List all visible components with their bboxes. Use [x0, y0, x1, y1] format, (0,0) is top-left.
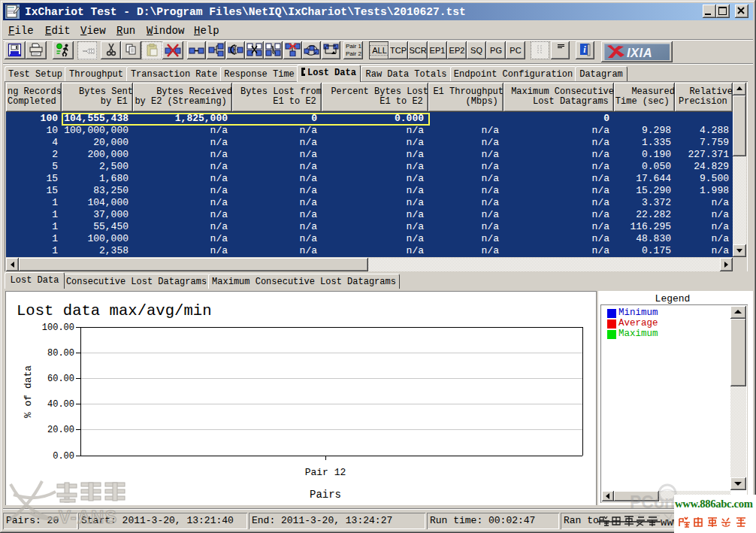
svg-text:V-ANS: V-ANS — [59, 507, 117, 527]
svg-text:0.00: 0.00 — [53, 451, 74, 462]
svg-text:100.00: 100.00 — [42, 323, 74, 333]
svg-text:20.00: 20.00 — [47, 425, 74, 435]
svg-text:80.00: 80.00 — [47, 348, 74, 359]
svg-text:Pair 12: Pair 12 — [305, 467, 346, 478]
svg-text:60.00: 60.00 — [47, 374, 74, 384]
svg-text:% of data: % of data — [23, 365, 34, 418]
svg-text:IXIA: IXIA — [627, 46, 652, 59]
svg-text:40.00: 40.00 — [47, 399, 74, 410]
svg-text:Pairs: Pairs — [310, 489, 341, 501]
